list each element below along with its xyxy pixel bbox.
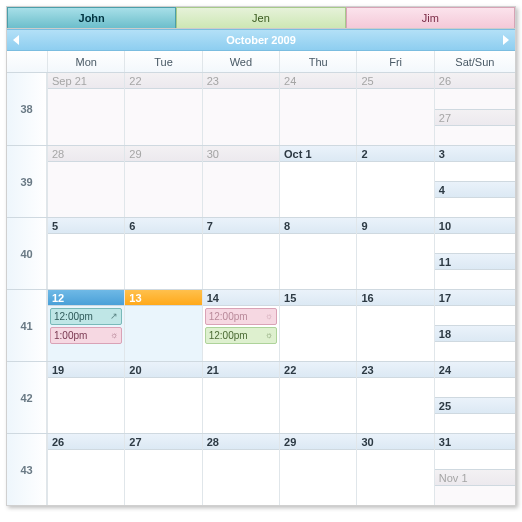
day-header[interactable]: 3	[435, 146, 515, 162]
calendar-event[interactable]: 12:00pm☼	[205, 308, 277, 325]
day-header[interactable]: 25	[435, 398, 515, 414]
day-body[interactable]	[48, 162, 124, 217]
day-cell: 28	[47, 146, 124, 217]
day-body[interactable]	[435, 486, 515, 505]
day-body[interactable]	[280, 450, 356, 505]
day-header[interactable]: 10	[435, 218, 515, 234]
day-body[interactable]	[435, 342, 515, 361]
day-header[interactable]: 8	[280, 218, 356, 234]
day-header[interactable]: 2	[357, 146, 433, 162]
day-header[interactable]: 15	[280, 290, 356, 306]
day-body[interactable]	[280, 378, 356, 433]
day-body[interactable]	[357, 89, 433, 145]
day-body[interactable]	[125, 378, 201, 433]
day-header[interactable]: 14	[203, 290, 279, 306]
resource-tab-jim[interactable]: Jim	[346, 7, 515, 28]
day-body[interactable]	[435, 270, 515, 289]
day-cell: 24	[435, 362, 515, 397]
day-cell: 25	[356, 73, 433, 145]
day-body[interactable]	[280, 234, 356, 289]
day-header[interactable]: 23	[203, 73, 279, 89]
day-header[interactable]: 27	[435, 110, 515, 126]
day-body[interactable]: 12:00pm↗1:00pm☼	[48, 306, 124, 361]
day-body[interactable]	[203, 378, 279, 433]
day-body[interactable]	[203, 234, 279, 289]
day-body[interactable]	[357, 162, 433, 217]
day-header[interactable]: 30	[357, 434, 433, 450]
day-header[interactable]: 26	[48, 434, 124, 450]
day-header[interactable]: 22	[125, 73, 201, 89]
day-header[interactable]: 11	[435, 254, 515, 270]
day-body[interactable]	[435, 198, 515, 217]
day-body[interactable]	[48, 234, 124, 289]
day-header[interactable]: 30	[203, 146, 279, 162]
day-header[interactable]: 27	[125, 434, 201, 450]
day-header[interactable]: 9	[357, 218, 433, 234]
day-body[interactable]	[435, 234, 515, 253]
day-header[interactable]: 13	[125, 290, 201, 306]
day-body[interactable]	[203, 89, 279, 145]
day-header[interactable]: 25	[357, 73, 433, 89]
week-number: 42	[7, 362, 47, 433]
day-body[interactable]	[435, 450, 515, 469]
day-body[interactable]	[357, 306, 433, 361]
day-header[interactable]: 7	[203, 218, 279, 234]
day-header[interactable]: 29	[125, 146, 201, 162]
day-header[interactable]: 26	[435, 73, 515, 89]
day-body[interactable]	[435, 89, 515, 109]
day-body[interactable]	[280, 89, 356, 145]
day-header[interactable]: 24	[435, 362, 515, 378]
day-header[interactable]: 12	[48, 290, 124, 306]
day-body[interactable]	[125, 306, 201, 361]
day-body[interactable]	[435, 414, 515, 433]
day-cell: Nov 1	[435, 469, 515, 505]
calendar-event[interactable]: 12:00pm☼	[205, 327, 277, 344]
day-header[interactable]: 5	[48, 218, 124, 234]
day-body[interactable]	[435, 126, 515, 146]
day-body[interactable]	[435, 306, 515, 325]
calendar-event[interactable]: 1:00pm☼	[50, 327, 122, 344]
day-body[interactable]	[435, 378, 515, 397]
day-header[interactable]: 21	[203, 362, 279, 378]
day-header[interactable]: 18	[435, 326, 515, 342]
day-header[interactable]: 6	[125, 218, 201, 234]
next-month-button[interactable]	[503, 35, 509, 45]
day-body[interactable]: 12:00pm☼12:00pm☼	[203, 306, 279, 361]
day-header[interactable]: 29	[280, 434, 356, 450]
day-body[interactable]	[125, 162, 201, 217]
day-header[interactable]: 20	[125, 362, 201, 378]
day-body[interactable]	[48, 89, 124, 145]
day-header[interactable]: Sep 21	[48, 73, 124, 89]
day-header[interactable]: Nov 1	[435, 470, 515, 486]
day-body[interactable]	[48, 450, 124, 505]
day-header[interactable]: 28	[203, 434, 279, 450]
day-body[interactable]	[280, 306, 356, 361]
prev-month-button[interactable]	[13, 35, 19, 45]
day-header[interactable]: 19	[48, 362, 124, 378]
day-body[interactable]	[203, 162, 279, 217]
day-header[interactable]: 23	[357, 362, 433, 378]
day-header[interactable]: 28	[48, 146, 124, 162]
day-body[interactable]	[125, 450, 201, 505]
calendar-event[interactable]: 12:00pm↗	[50, 308, 122, 325]
day-body[interactable]	[48, 378, 124, 433]
day-body[interactable]	[125, 234, 201, 289]
day-body[interactable]	[357, 234, 433, 289]
day-body[interactable]	[357, 378, 433, 433]
day-body[interactable]	[435, 162, 515, 181]
resource-tab-john[interactable]: John	[7, 7, 176, 28]
day-header[interactable]: 4	[435, 182, 515, 198]
day-header[interactable]: Oct 1	[280, 146, 356, 162]
event-icon: ↗	[110, 310, 118, 323]
day-cell: 29	[279, 434, 356, 505]
day-body[interactable]	[357, 450, 433, 505]
day-header[interactable]: 16	[357, 290, 433, 306]
day-body[interactable]	[203, 450, 279, 505]
resource-tab-jen[interactable]: Jen	[176, 7, 345, 28]
day-header[interactable]: 31	[435, 434, 515, 450]
day-header[interactable]: 17	[435, 290, 515, 306]
day-header[interactable]: 22	[280, 362, 356, 378]
day-header[interactable]: 24	[280, 73, 356, 89]
day-body[interactable]	[280, 162, 356, 217]
day-body[interactable]	[125, 89, 201, 145]
